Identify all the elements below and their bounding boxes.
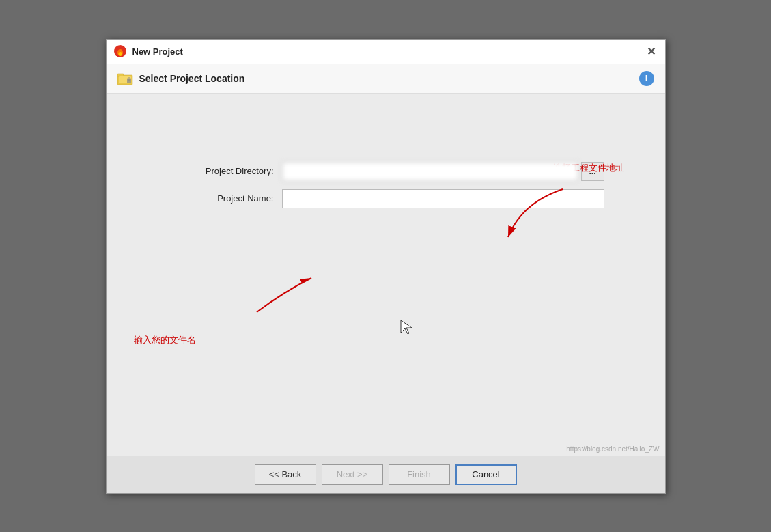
info-button[interactable]: i xyxy=(639,71,654,86)
folder-icon xyxy=(117,72,134,85)
svg-point-2 xyxy=(118,52,122,56)
arrow-bottom-icon xyxy=(243,264,325,319)
header-title: Select Project Location xyxy=(139,73,245,84)
header-left: Select Project Location xyxy=(117,72,245,85)
finish-button[interactable]: Finish xyxy=(389,464,450,485)
back-button[interactable]: << Back xyxy=(255,464,316,485)
directory-input[interactable] xyxy=(282,162,578,181)
cancel-button[interactable]: Cancel xyxy=(455,464,517,485)
title-bar: New Project ✕ xyxy=(107,40,665,64)
header-section: Select Project Location i xyxy=(107,64,665,94)
watermark: https://blog.csdn.net/Hallo_ZW xyxy=(566,445,659,453)
project-name-label: Project Name: xyxy=(167,193,277,204)
footer: << Back Next >> Finish Cancel xyxy=(107,456,665,493)
new-project-window: New Project ✕ Select Project Location i … xyxy=(106,39,666,494)
svg-rect-4 xyxy=(117,74,124,76)
app-icon xyxy=(113,44,127,58)
window-title: New Project xyxy=(132,46,183,57)
browse-button[interactable]: ... xyxy=(581,162,604,181)
directory-label: Project Directory: xyxy=(167,166,277,176)
arrow-top-icon xyxy=(494,182,576,251)
mouse-cursor xyxy=(399,319,413,337)
title-bar-left: New Project xyxy=(113,44,183,58)
directory-row: ... xyxy=(282,162,604,181)
next-button[interactable]: Next >> xyxy=(322,464,383,485)
annotation-bottom: 输入您的文件名 xyxy=(134,334,196,346)
svg-marker-10 xyxy=(401,320,412,334)
content-area: 选择工程文件地址 输入您的文件名 xyxy=(107,94,665,456)
close-button[interactable]: ✕ xyxy=(645,44,658,58)
